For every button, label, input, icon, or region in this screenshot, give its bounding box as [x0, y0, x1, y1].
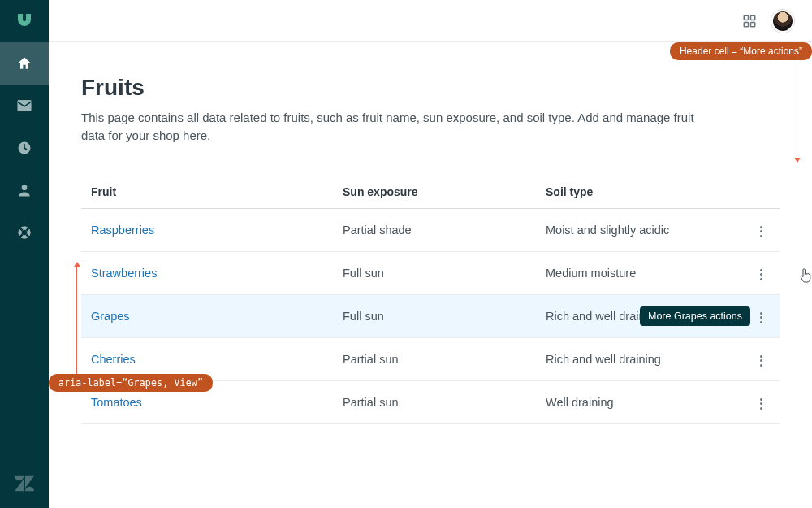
tooltip: More Grapes actions [640, 306, 750, 326]
cell-sun: Partial shade [333, 208, 536, 251]
nav-user[interactable] [0, 169, 49, 211]
annotation-arrow-down-icon [794, 158, 801, 163]
fruit-link[interactable]: Grapes [91, 310, 130, 323]
cell-soil: Medium moisture [536, 251, 742, 294]
cell-soil: Rich and well draining [536, 337, 742, 380]
fruit-link[interactable]: Strawberries [91, 267, 157, 280]
col-header-fruit[interactable]: Fruit [81, 176, 333, 209]
cell-soil: Moist and slightly acidic [536, 208, 742, 251]
more-actions-button[interactable] [756, 307, 766, 328]
fruit-link[interactable]: Tomatoes [91, 396, 142, 409]
annotation-line [76, 267, 77, 374]
svg-rect-12 [751, 15, 755, 20]
table-row: StrawberriesFull sunMedium moisture [81, 251, 780, 294]
page-subtitle: This page contains all data related to f… [81, 109, 715, 145]
apps-grid-icon[interactable] [742, 14, 757, 28]
nav-home[interactable] [0, 42, 49, 85]
cell-sun: Partial sun [333, 380, 536, 423]
nav-clock[interactable] [0, 127, 49, 169]
sidebar [0, 0, 49, 508]
annotation-aria-label: aria-label=“Grapes, View” [49, 374, 213, 392]
zendesk-logo-icon [0, 462, 49, 505]
page-title: Fruits [81, 75, 780, 101]
topbar [49, 0, 812, 42]
more-actions-button[interactable] [756, 393, 766, 415]
nav-help[interactable] [0, 211, 49, 254]
svg-point-3 [22, 185, 28, 190]
svg-rect-13 [744, 22, 748, 26]
cell-soil: Well draining [536, 380, 742, 423]
fruit-link[interactable]: Cherries [91, 353, 136, 366]
col-header-actions [742, 176, 780, 209]
nav-mail[interactable] [0, 85, 49, 127]
col-header-sun[interactable]: Sun exposure [333, 176, 536, 209]
annotation-line [797, 60, 797, 158]
annotation-arrow-up-icon [74, 262, 80, 267]
cursor-pointer-icon [800, 267, 812, 284]
table-row: GrapesFull sunRich and well drainingMore… [81, 294, 780, 337]
more-actions-button[interactable] [756, 350, 766, 371]
cell-sun: Partial sun [333, 337, 536, 380]
avatar[interactable] [771, 10, 794, 33]
annotation-header-cell: Header cell = “More actions” [670, 42, 812, 60]
svg-rect-11 [744, 15, 748, 20]
brand-logo [0, 0, 49, 42]
more-actions-button[interactable] [756, 221, 766, 242]
cell-sun: Full sun [333, 251, 536, 294]
main-area: Fruits This page contains all data relat… [49, 0, 812, 508]
svg-point-10 [22, 230, 28, 236]
col-header-soil[interactable]: Soil type [536, 176, 742, 209]
svg-rect-14 [751, 22, 755, 26]
more-actions-button[interactable] [756, 264, 766, 285]
cell-sun: Full sun [333, 294, 536, 337]
table-row: RaspberriesPartial shadeMoist and slight… [81, 208, 780, 251]
fruit-link[interactable]: Raspberries [91, 224, 154, 237]
